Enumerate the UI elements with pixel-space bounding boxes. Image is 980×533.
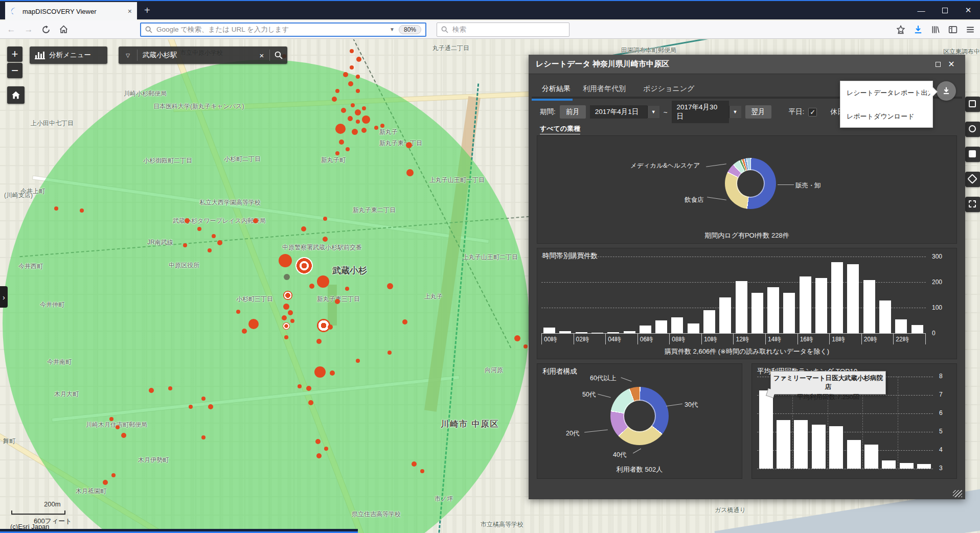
url-bar[interactable]: Google で検索、または URL を入力します ▼ 80% [140, 22, 426, 37]
hour-bar[interactable] [863, 280, 875, 333]
poi-dot[interactable] [242, 329, 247, 334]
poi-dot[interactable] [402, 319, 407, 325]
poi-dot[interactable] [236, 310, 240, 314]
poi-dot[interactable] [335, 299, 340, 304]
poi-dot[interactable] [356, 120, 360, 124]
date-from-dropdown-icon[interactable]: ▼ [647, 106, 659, 118]
poi-dot[interactable] [514, 335, 520, 341]
poi-dot[interactable] [523, 344, 528, 349]
ranking-bar[interactable] [847, 440, 861, 469]
hour-bar[interactable] [847, 264, 859, 333]
poi-dot[interactable] [316, 453, 322, 458]
poi-dot[interactable] [279, 254, 292, 267]
window-close-button[interactable]: ✕ [956, 1, 980, 19]
hour-bar[interactable] [783, 293, 795, 333]
poi-dot[interactable] [309, 284, 314, 289]
poi-dot[interactable] [149, 388, 154, 393]
poi-dot[interactable] [282, 315, 287, 320]
date-from-field[interactable]: 2017年4月1日 [590, 105, 647, 119]
ranking-bar[interactable] [812, 425, 826, 469]
poi-dot[interactable] [308, 400, 313, 405]
panel-header[interactable]: レシートデータ 神奈川県川崎市中原区 ✕ [529, 55, 965, 74]
hour-bar[interactable] [911, 325, 923, 334]
ranking-bar[interactable] [777, 420, 790, 469]
bookmark-star-icon[interactable] [896, 25, 905, 34]
poi-dot[interactable] [374, 126, 378, 130]
poi-dot[interactable] [314, 366, 326, 378]
analysis-menu-button[interactable]: 分析メニュー [30, 47, 107, 64]
menu-item-report-export[interactable]: レシートデータレポート出力 [840, 81, 932, 105]
poi-dot[interactable] [335, 89, 339, 93]
left-panel-expander[interactable]: › [0, 286, 8, 308]
poi-dot[interactable] [356, 359, 360, 363]
poi-dot[interactable] [295, 257, 313, 274]
panel-resize-handle[interactable] [953, 490, 962, 497]
clear-search-icon[interactable]: × [254, 51, 269, 60]
map-tool-button[interactable] [965, 197, 980, 212]
weekday-checkbox[interactable]: ✓ [808, 108, 817, 117]
poi-dot[interactable] [212, 234, 216, 238]
reload-icon[interactable] [39, 22, 53, 37]
map-home-button[interactable] [7, 86, 25, 104]
poi-dot[interactable] [121, 433, 126, 438]
date-to-field[interactable]: 2017年4月30日 [672, 101, 729, 123]
poi-dot[interactable] [348, 116, 353, 121]
library-icon[interactable] [931, 25, 940, 34]
hour-bar[interactable] [815, 278, 827, 333]
poi-dot[interactable] [283, 291, 292, 300]
poi-dot[interactable] [248, 319, 259, 329]
panel-maximize-icon[interactable] [931, 62, 945, 67]
poi-dot[interactable] [317, 275, 329, 288]
poi-dot[interactable] [201, 397, 206, 401]
ranking-bar[interactable] [900, 463, 914, 469]
poi-dot[interactable] [111, 473, 116, 477]
poi-dot[interactable] [208, 404, 213, 409]
poi-dot[interactable] [387, 283, 393, 289]
browser-search-field[interactable]: 検索 [437, 22, 569, 37]
poi-dot[interactable] [406, 169, 414, 176]
poi-dot[interactable] [185, 218, 190, 223]
poi-dot[interactable] [352, 129, 358, 135]
map-tool-button[interactable] [965, 122, 980, 137]
poi-dot[interactable] [380, 124, 384, 128]
poi-dot[interactable] [345, 287, 349, 291]
tab-positioning[interactable]: ポジショニング [643, 84, 694, 94]
poi-dot[interactable] [54, 206, 58, 211]
poi-dot[interactable] [341, 108, 346, 113]
poi-dot[interactable] [412, 461, 417, 467]
poi-dot[interactable] [283, 304, 289, 310]
tab-analysis-results[interactable]: 分析結果 [542, 84, 571, 94]
poi-dot[interactable] [284, 274, 290, 280]
poi-dot[interactable] [356, 75, 360, 79]
poi-dot[interactable] [355, 109, 361, 115]
poi-dot[interactable] [316, 339, 322, 344]
poi-dot[interactable] [343, 72, 348, 77]
poi-dot[interactable] [350, 49, 354, 53]
poi-dot[interactable] [323, 217, 327, 221]
poi-dot[interactable] [388, 351, 392, 355]
date-to-dropdown-icon[interactable]: ▼ [729, 106, 741, 118]
map-tool-button[interactable] [965, 147, 980, 162]
map-tool-button[interactable] [965, 172, 980, 187]
map-zoom-in-button[interactable]: + [7, 47, 22, 62]
hour-bar[interactable] [640, 326, 651, 333]
poi-dot[interactable] [253, 218, 258, 223]
prev-month-button[interactable]: 前月 [560, 105, 586, 119]
back-icon[interactable]: ← [4, 22, 18, 37]
ranking-bar[interactable] [917, 464, 931, 469]
hour-bar[interactable] [671, 317, 683, 333]
poi-dot[interactable] [183, 243, 187, 247]
new-tab-button[interactable]: + [144, 5, 150, 15]
hour-bar[interactable] [688, 323, 699, 333]
hour-bar[interactable] [736, 281, 747, 334]
search-category-dropdown-icon[interactable]: ▽ [119, 53, 137, 58]
map-search-input[interactable]: 武蔵小杉駅 [138, 51, 254, 60]
poi-dot[interactable] [197, 227, 201, 231]
poi-dot[interactable] [335, 124, 346, 134]
poi-dot[interactable] [298, 384, 302, 388]
poi-dot[interactable] [323, 237, 328, 242]
poi-dot[interactable] [217, 240, 222, 245]
hour-bar[interactable] [543, 328, 555, 333]
hour-bar[interactable] [751, 293, 763, 333]
poi-dot[interactable] [406, 142, 412, 148]
